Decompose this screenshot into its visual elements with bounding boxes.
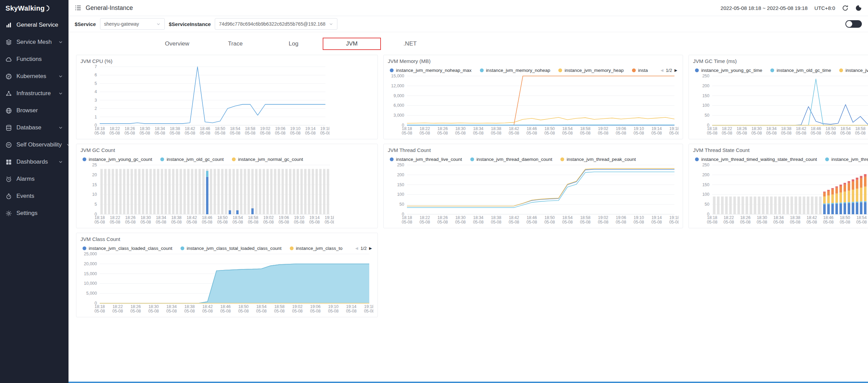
legend-item-instance-jvm-memory-noheap[interactable]: instance_jvm_memory_noheap [480, 68, 550, 73]
instance-select[interactable]: 74d96c778c694c6b9b6322c62d55b765@192.168 [215, 18, 337, 30]
app-logo-text: SkyWalking [5, 4, 45, 12]
tab-log[interactable]: Log [264, 38, 323, 50]
legend-item-instance-jvm-class-to[interactable]: instance_jvm_class_to [290, 246, 343, 251]
legend-item-instance-jvm-young-gc-time[interactable]: instance_jvm_young_gc_time [695, 68, 762, 73]
chart-plot[interactable]: 05,00010,00015,00020,00025,00018:1805-08… [80, 251, 373, 315]
panel-title: JVM GC Time (ms) [693, 58, 868, 64]
legend-item-instance-jvm-thread-blocked-state-thread-count[interactable]: instance_jvm_thread_blocked_state_thread… [825, 157, 868, 162]
tab-trace[interactable]: Trace [206, 38, 264, 50]
sidebar-item-events[interactable]: Events [0, 188, 69, 205]
chart-plot[interactable]: 051015202518:1805-0818:2205-0818:2605-08… [80, 162, 373, 226]
legend-item-instance-jvm-normal-gc-time[interactable]: instance_jvm_normal_gc_time [839, 68, 868, 73]
sidebar-item-kubernetes[interactable]: Kubernetes [0, 68, 69, 85]
tab-jvm[interactable]: JVM [323, 38, 381, 50]
theme-moon-icon[interactable] [855, 5, 862, 11]
svg-text:18:34: 18:34 [155, 126, 165, 131]
tab-net[interactable]: .NET [381, 38, 439, 50]
legend-next-icon[interactable]: ▶ [674, 68, 677, 73]
legend-item-instance-jvm-old-gc-count[interactable]: instance_jvm_old_gc_count [160, 157, 224, 162]
sidebar-item-functions[interactable]: Functions [0, 51, 69, 68]
svg-text:18:26: 18:26 [737, 126, 747, 131]
svg-text:12,000: 12,000 [391, 84, 404, 88]
bottom-scrollbar[interactable] [69, 382, 868, 383]
chart-plot[interactable]: 0123456718:1805-0818:2205-0818:2605-0818… [80, 64, 373, 137]
panel-jvm-cpu: JVM CPU (%)0123456718:1805-0818:2205-081… [76, 55, 378, 139]
legend-item-instance-jvm-class-total-loaded-class-count[interactable]: instance_jvm_class_total_loaded_class_co… [181, 246, 282, 251]
edit-mode-toggle[interactable] [845, 20, 862, 28]
chart-plot[interactable]: 05010015020025018:1805-0818:2205-0818:26… [693, 73, 868, 137]
sidebar-item-browser[interactable]: Browser [0, 102, 69, 119]
svg-text:100: 100 [703, 103, 710, 108]
svg-text:05-08: 05-08 [140, 220, 151, 225]
legend-prev-icon[interactable]: ◀ [355, 246, 358, 251]
sidebar-item-alarms[interactable]: Alarms [0, 170, 69, 188]
chart-plot[interactable]: 03,0006,0009,00012,00015,00018:1805-0818… [388, 73, 679, 137]
chevron-down-icon [58, 91, 63, 96]
refresh-icon[interactable] [842, 5, 848, 11]
svg-text:05-08: 05-08 [185, 131, 195, 136]
chart-plot[interactable]: 05010015020025018:1805-0818:2205-0818:26… [693, 162, 868, 226]
svg-text:05-08: 05-08 [757, 220, 767, 225]
time-range-picker[interactable]: 2022-05-08 18:18 ~ 2022-05-08 19:18 [721, 5, 808, 11]
svg-text:05-08: 05-08 [325, 220, 334, 225]
svg-text:05-08: 05-08 [125, 220, 136, 225]
svg-text:19:10: 19:10 [294, 215, 304, 220]
sidebar-item-service-mesh[interactable]: Service Mesh [0, 34, 69, 51]
legend-item-instance-jvm-thread-peak-count[interactable]: instance_jvm_thread_peak_count [560, 157, 636, 162]
service-select[interactable]: shenyu-gateway [100, 18, 165, 30]
svg-text:150: 150 [703, 93, 710, 98]
globe-icon [5, 107, 12, 114]
sidebar-item-label: Kubernetes [16, 73, 46, 80]
legend-item-instance-jvm-thread-live-count[interactable]: instance_jvm_thread_live_count [390, 157, 462, 162]
legend-dot [290, 246, 294, 250]
legend-label: instance_jvm_old_gc_count [166, 157, 224, 162]
svg-text:18:58: 18:58 [580, 126, 591, 131]
sidebar-item-infrastructure[interactable]: Infrastructure [0, 85, 69, 102]
svg-text:05-08: 05-08 [220, 309, 231, 314]
svg-text:250: 250 [397, 163, 404, 167]
sidebar-item-label: Browser [16, 107, 38, 114]
dashboard-list-icon[interactable] [75, 4, 82, 11]
svg-text:05-08: 05-08 [455, 220, 466, 225]
timezone-label[interactable]: UTC+8:0 [815, 5, 835, 11]
svg-text:05-08: 05-08 [766, 131, 777, 136]
legend-item-instance-jvm-memory-noheap-max[interactable]: instance_jvm_memory_noheap_max [390, 68, 472, 73]
legend-item-instance-jvm-thread-timed-waiting-state-thread-count[interactable]: instance_jvm_thread_timed_waiting_state_… [695, 157, 817, 162]
svg-text:05-08: 05-08 [437, 131, 448, 136]
chart-canvas: 051015202518:1805-0818:2205-0818:2605-08… [80, 162, 334, 226]
sidebar-item-general-service[interactable]: General Service [0, 16, 69, 34]
svg-text:05-08: 05-08 [305, 131, 316, 136]
tab-overview[interactable]: Overview [148, 38, 206, 50]
svg-text:05-08: 05-08 [310, 309, 321, 314]
svg-text:18:34: 18:34 [766, 126, 777, 131]
legend-item-instance-jvm-normal-gc-count[interactable]: instance_jvm_normal_gc_count [232, 157, 303, 162]
app-logo[interactable]: SkyWalking [0, 0, 69, 16]
sidebar-item-database[interactable]: Database [0, 119, 69, 136]
legend-item-instance-jvm-memory-heap[interactable]: instance_jvm_memory_heap [558, 68, 624, 73]
svg-text:19:18: 19:18 [364, 304, 373, 309]
legend-dot [558, 68, 562, 72]
legend-prev-icon[interactable]: ◀ [660, 68, 663, 73]
svg-text:18:22: 18:22 [110, 215, 120, 220]
legend-dot [232, 157, 236, 161]
legend-item-instance-jvm-old-gc-time[interactable]: instance_jvm_old_gc_time [770, 68, 831, 73]
sidebar-item-self-observability[interactable]: Self Observability [0, 136, 69, 153]
svg-text:05-08: 05-08 [855, 131, 866, 136]
svg-text:05-08: 05-08 [248, 220, 259, 225]
svg-text:19:10: 19:10 [328, 304, 338, 309]
sidebar-item-dashboards[interactable]: Dashboards [0, 153, 69, 170]
svg-text:05-08: 05-08 [148, 309, 159, 314]
svg-text:05-08: 05-08 [260, 131, 271, 136]
svg-text:05-08: 05-08 [292, 309, 303, 314]
svg-text:05-08: 05-08 [807, 220, 817, 225]
legend-item-instance-jvm-young-gc-count[interactable]: instance_jvm_young_gc_count [83, 157, 152, 162]
svg-text:05-08: 05-08 [616, 131, 626, 136]
legend-next-icon[interactable]: ▶ [369, 246, 372, 251]
legend-item-instance-jvm-thread-daemon-count[interactable]: instance_jvm_thread_daemon_count [470, 157, 552, 162]
svg-text:19:10: 19:10 [634, 126, 644, 131]
legend-item-insta[interactable]: insta [632, 68, 648, 73]
svg-text:19:14: 19:14 [305, 126, 315, 131]
legend-item-instance-jvm-class-loaded-class-count[interactable]: instance_jvm_class_loaded_class_count [83, 246, 172, 251]
sidebar-item-settings[interactable]: Settings [0, 205, 69, 222]
chart-plot[interactable]: 05010015020025018:1805-0818:2205-0818:26… [388, 162, 679, 226]
